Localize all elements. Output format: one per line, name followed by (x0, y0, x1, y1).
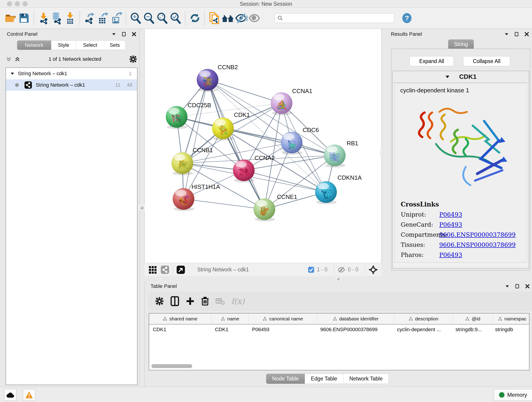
collapse-all-icon[interactable] (6, 56, 12, 62)
network-collection-row[interactable]: String Network – cdk1 1 (6, 68, 137, 79)
network-node-cdkn1a[interactable]: CDKN1A (315, 174, 362, 204)
toolbar-divider (185, 11, 186, 25)
refresh-icon[interactable] (188, 12, 202, 25)
table-options-gear-icon[interactable] (155, 297, 164, 306)
export-network-icon[interactable] (83, 12, 96, 25)
hidden-eye-icon (337, 266, 346, 273)
first-neighbors-icon[interactable] (221, 12, 234, 25)
tab-sets[interactable]: Sets (104, 41, 125, 50)
tab-style[interactable]: Style (51, 41, 76, 50)
expand-all-icon[interactable] (14, 56, 21, 62)
network-edge[interactable] (184, 80, 208, 199)
panel-menu-icon[interactable] (504, 32, 509, 37)
search-input[interactable] (283, 15, 385, 21)
import-network-from-database-icon[interactable] (50, 12, 63, 25)
save-session-icon[interactable] (17, 12, 31, 25)
tab-string[interactable]: String (448, 39, 474, 49)
selected-checkbox-icon[interactable] (308, 266, 315, 273)
entry-header-cdk1[interactable]: CDK1 (393, 71, 529, 83)
import-table-icon[interactable] (63, 12, 77, 25)
column-header-namespac[interactable]: namespac (493, 313, 530, 324)
horizontal-splitter-handle[interactable] (335, 276, 342, 281)
network-options-gear-icon[interactable] (129, 55, 137, 63)
tab-edge-table[interactable]: Edge Table (305, 374, 343, 384)
column-header--id[interactable]: @id (453, 313, 493, 324)
control-panel: Control Panel NetworkStyleSelectSets 1 o… (0, 29, 139, 387)
entry-collapse-icon[interactable] (445, 74, 450, 79)
birds-eye-view-icon[interactable] (368, 265, 378, 275)
export-table-icon[interactable] (96, 12, 109, 25)
add-column-icon[interactable] (186, 297, 195, 306)
crosslink-value-link[interactable]: 9606.ENSP00000378699 (439, 231, 515, 238)
panel-menu-icon[interactable] (111, 32, 116, 37)
column-header-shared-name[interactable]: shared name (149, 313, 211, 324)
network-edge[interactable] (208, 80, 282, 103)
zoom-in-icon[interactable] (129, 12, 142, 25)
panel-menu-icon[interactable] (505, 284, 510, 289)
crosslink-value-link[interactable]: P06493 (439, 211, 462, 218)
network-view-title: String Network – cdk1 (197, 267, 249, 273)
network-row-selected[interactable]: String Network – cdk1 11 48 (6, 79, 137, 91)
status-bar: Memory (0, 387, 532, 402)
hide-selected-icon[interactable] (234, 12, 248, 25)
network-node-ccne1[interactable]: CCNE1 (254, 193, 297, 221)
close-panel-icon[interactable] (132, 32, 137, 37)
memory-status-dot (499, 392, 505, 398)
open-session-icon[interactable] (4, 12, 17, 25)
network-node-ccnb1[interactable]: CCNB1 (172, 147, 213, 175)
network-edge[interactable] (244, 170, 326, 192)
node-table: shared namenamecanonical namedatabase id… (149, 313, 530, 370)
column-header-name[interactable]: name (211, 313, 249, 324)
close-panel-icon[interactable] (525, 284, 530, 289)
new-network-from-selection-icon[interactable] (208, 12, 221, 25)
collapse-all-button[interactable]: Collapse All (463, 56, 510, 66)
tree-expand-icon[interactable] (10, 71, 15, 76)
warning-icon (25, 391, 33, 399)
table-row[interactable]: CDK1CDK1P064939606.ENSP00000378699cyclin… (149, 325, 529, 335)
show-all-icon[interactable] (248, 12, 261, 25)
column-header-database-identifier[interactable]: database identifier (317, 313, 394, 324)
network-label: String Network – cdk1 (36, 82, 85, 88)
tab-network[interactable]: Network (17, 41, 51, 50)
show-columns-icon[interactable] (170, 296, 179, 306)
close-panel-icon[interactable] (524, 32, 529, 37)
network-node-ccna1[interactable]: CCNA1 (271, 88, 312, 115)
network-node-rb1[interactable]: RB1 (324, 140, 358, 167)
column-header-description[interactable]: description (394, 313, 453, 324)
tab-network-table[interactable]: Network Table (343, 374, 389, 384)
crosslink-label: Tissues: (401, 241, 439, 248)
import-network-icon[interactable] (37, 12, 50, 25)
node-label-cdk1: CDK1 (234, 111, 250, 118)
tab-node-table[interactable]: Node Table (266, 374, 305, 384)
zoom-out-icon[interactable] (142, 12, 156, 25)
help-icon[interactable]: ? (400, 12, 413, 25)
memory-button[interactable]: Memory (494, 389, 532, 401)
network-edge[interactable] (184, 199, 264, 209)
network-edge[interactable] (208, 80, 335, 155)
left-splitter-handle[interactable] (139, 204, 145, 211)
cloud-status-button[interactable] (4, 389, 17, 401)
string-view-icon[interactable] (160, 265, 170, 274)
column-header-canonical-name[interactable]: canonical name (249, 313, 317, 324)
float-panel-icon[interactable] (515, 284, 520, 289)
crosslink-value-link[interactable]: P06493 (439, 251, 462, 258)
detach-view-icon[interactable] (176, 265, 185, 274)
delete-column-icon[interactable] (201, 296, 209, 306)
warning-status-button[interactable] (23, 389, 35, 401)
network-node-hist1h1a[interactable]: HIST1H1A (173, 183, 220, 211)
horizontal-scrollbar[interactable] (152, 364, 192, 368)
network-canvas[interactable]: CCNB2CCNA1CDC25BCDK1CDC6RB1CCNB1CCNA2CDK… (144, 29, 382, 263)
table-cell: stringdb:9... (452, 325, 491, 335)
crosslink-value-link[interactable]: P06493 (439, 221, 462, 228)
expand-all-button[interactable]: Expand All (409, 56, 454, 66)
svg-text:?: ? (405, 14, 409, 22)
results-panel-title: Results Panel (391, 31, 422, 37)
zoom-fit-icon[interactable] (156, 12, 169, 25)
zoom-selected-icon[interactable] (169, 12, 182, 25)
float-panel-icon[interactable] (121, 32, 127, 37)
tab-select[interactable]: Select (76, 41, 104, 50)
export-image-icon[interactable] (109, 12, 123, 25)
grid-view-icon[interactable] (148, 265, 157, 274)
float-panel-icon[interactable] (514, 32, 519, 37)
crosslink-value-link[interactable]: 9606.ENSP00000378699 (439, 241, 515, 248)
